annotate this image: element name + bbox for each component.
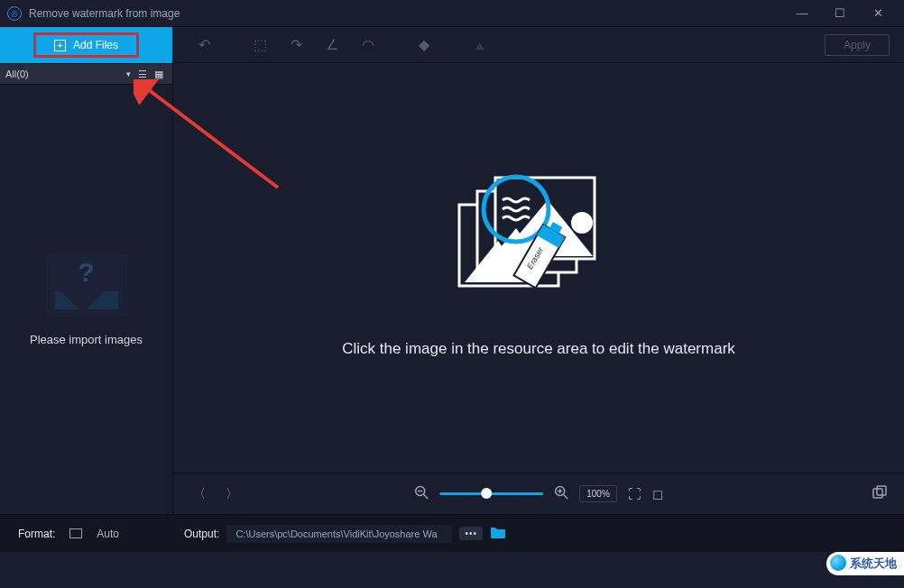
browse-output-button[interactable]: •••	[459, 527, 483, 540]
apply-button[interactable]: Apply	[825, 34, 890, 56]
window-controls: — ☐ ✕	[783, 1, 897, 26]
close-button[interactable]: ✕	[859, 1, 897, 26]
placeholder-image-icon	[46, 253, 127, 317]
output-group: Output: C:\Users\pc\Documents\VidiKit\Jo…	[184, 525, 506, 543]
svg-rect-19	[873, 489, 882, 498]
svg-line-13	[423, 494, 428, 499]
plus-icon: +	[54, 40, 66, 51]
format-value[interactable]: Auto	[97, 528, 119, 540]
transform-tool-button[interactable]: ⟁	[464, 32, 496, 58]
fit-screen-button[interactable]: ⛶	[628, 486, 641, 501]
grid-view-button[interactable]: ▦	[151, 67, 167, 81]
compare-button[interactable]	[872, 484, 888, 503]
format-icon	[69, 528, 82, 538]
svg-rect-20	[877, 486, 886, 495]
canvas-area: Eraser Click the image in the resource a…	[173, 63, 904, 473]
crop-tool-button[interactable]: ⬚	[244, 32, 276, 58]
site-badge: 系统天地	[826, 552, 904, 575]
output-label: Output:	[184, 528, 219, 540]
zoom-slider-knob[interactable]	[481, 488, 492, 499]
minimize-button[interactable]: —	[783, 1, 821, 26]
titlebar: ◎ Remove watermark from image — ☐ ✕	[0, 0, 904, 27]
undo-button[interactable]: ↶	[188, 32, 220, 58]
canvas-bottombar: 〈 〉 100% ⛶ ◻	[173, 473, 904, 514]
zoom-controls: 100% ⛶ ◻	[414, 485, 663, 502]
redo-button[interactable]: ↷	[280, 32, 312, 58]
window-title: Remove watermark from image	[29, 7, 180, 20]
zoom-percent: 100%	[579, 485, 617, 502]
eraser-tool-button[interactable]: ◆	[408, 32, 440, 58]
app-body: + Add Files All(0) ▾ ☰ ▦ Please import i…	[0, 27, 904, 514]
filter-label: All(0)	[5, 69, 29, 79]
zoom-in-button[interactable]	[554, 485, 568, 502]
zoom-out-button[interactable]	[414, 485, 429, 502]
sidebar-body: Please import images	[0, 85, 172, 514]
actual-size-button[interactable]: ◻	[652, 486, 663, 502]
list-view-button[interactable]: ☰	[134, 67, 151, 81]
brush-tool-button[interactable]: ∠	[316, 32, 348, 58]
edit-toolbar: ↶ ⬚ ↷ ∠ ◠ ◆ ⟁ Apply	[173, 27, 904, 63]
add-files-label: Add Files	[73, 39, 118, 51]
svg-line-16	[563, 494, 567, 499]
next-image-button[interactable]: 〉	[222, 482, 242, 506]
main-panel: ↶ ⬚ ↷ ∠ ◠ ◆ ⟁ Apply	[173, 27, 904, 514]
open-folder-button[interactable]	[490, 526, 506, 541]
lasso-tool-button[interactable]: ◠	[352, 32, 384, 58]
canvas-caption: Click the image in the resource area to …	[342, 340, 735, 358]
svg-point-6	[571, 212, 593, 234]
chevron-down-icon: ▾	[126, 69, 131, 78]
sidebar: + Add Files All(0) ▾ ☰ ▦ Please import i…	[0, 27, 173, 514]
hero-illustration: Eraser	[457, 178, 620, 313]
bottombar-right	[872, 484, 888, 503]
filter-dropdown[interactable]: All(0) ▾	[5, 69, 134, 79]
zoom-slider[interactable]	[439, 492, 543, 495]
app-logo-icon: ◎	[7, 6, 22, 21]
statusbar: Format: Auto Output: C:\Users\pc\Documen…	[0, 514, 904, 552]
prev-image-button[interactable]: 〈	[189, 482, 209, 506]
add-files-button[interactable]: + Add Files	[0, 27, 172, 63]
import-message: Please import images	[30, 333, 143, 346]
output-path: C:\Users\pc\Documents\VidiKit\Joyoshare …	[226, 525, 452, 543]
format-label: Format:	[18, 528, 55, 540]
maximize-button[interactable]: ☐	[821, 1, 859, 26]
filter-row: All(0) ▾ ☰ ▦	[0, 63, 172, 85]
